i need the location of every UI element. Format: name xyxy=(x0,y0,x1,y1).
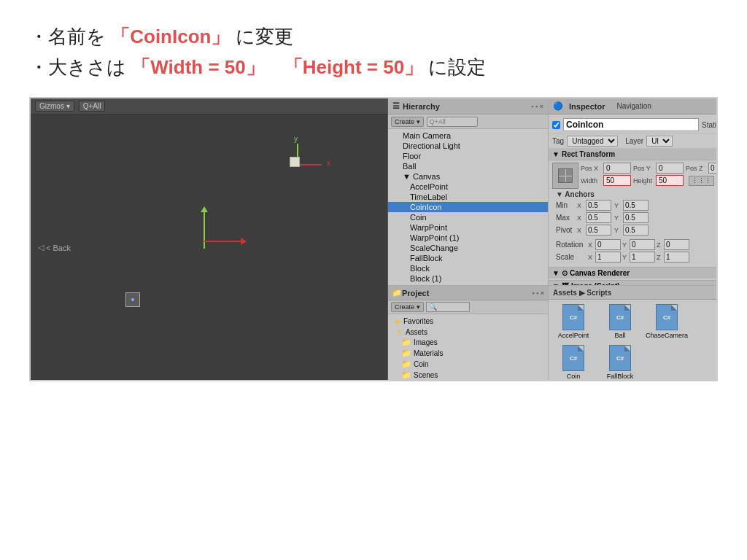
max-x-input[interactable] xyxy=(586,212,611,223)
h-warppoint[interactable]: WarpPoint xyxy=(388,222,548,233)
min-x-input[interactable] xyxy=(586,200,611,211)
hierarchy-create-btn[interactable]: Create ▾ xyxy=(391,117,424,127)
canvas-renderer-header[interactable]: ▼ ⊙ Canvas Renderer ⚙ xyxy=(549,268,718,279)
all-button[interactable]: Q+All xyxy=(79,101,106,112)
go-name-input[interactable] xyxy=(563,118,699,131)
height-input[interactable] xyxy=(656,175,684,186)
rot-x-input[interactable] xyxy=(595,239,621,250)
pivot-y-input[interactable] xyxy=(623,225,649,236)
gizmos-button[interactable]: Gizmos ▾ xyxy=(35,101,74,112)
scene-view: Gizmos ▾ Q+All ◁ < Back xyxy=(31,98,388,380)
h-canvas[interactable]: ▼ Canvas xyxy=(388,171,548,182)
ball-file-icon: C# xyxy=(609,304,631,330)
go-active-checkbox[interactable] xyxy=(552,121,560,129)
project-controls: ▪ ▪ × xyxy=(532,289,544,297)
scale-x-input[interactable] xyxy=(595,252,621,262)
proj-images-label: Images xyxy=(414,338,438,346)
h-ball[interactable]: Ball xyxy=(388,161,548,171)
instruction-line1: ・名前を 「CoinIcon」 に変更 xyxy=(29,22,718,52)
scripts-grid: C# AccelPoint C# Ball C# ChaseCamera C# … xyxy=(549,300,718,380)
hierarchy-header: ☰ Hierarchy ▪ ▪ × xyxy=(388,98,548,114)
h-main-camera[interactable]: Main Camera xyxy=(388,131,548,141)
proj-scenes[interactable]: 📁 Scenes xyxy=(388,370,548,380)
coin-file-icon: C# xyxy=(562,345,584,371)
script-accelpoint[interactable]: C# AccelPoint xyxy=(551,303,595,341)
y-arrow xyxy=(204,212,205,249)
h-warppoint1[interactable]: WarpPoint (1) xyxy=(388,233,548,243)
h-timelabel[interactable]: TimeLabel xyxy=(388,192,548,202)
script-fallblock[interactable]: C# FallBlock xyxy=(598,343,642,380)
tag-select[interactable]: Untagged xyxy=(567,136,618,147)
materials-folder-icon: 📁 xyxy=(401,349,411,358)
width-input[interactable] xyxy=(603,175,631,186)
r-button2[interactable]: R xyxy=(716,176,718,186)
h-block1[interactable]: Block (1) xyxy=(388,273,548,284)
proj-assets[interactable]: ▼ Assets xyxy=(388,327,548,337)
layer-select[interactable]: UI xyxy=(646,136,673,147)
canvas-renderer-title: Canvas Renderer xyxy=(570,269,630,277)
h-accelpoint[interactable]: AccelPoint xyxy=(388,182,548,192)
script-chasecamera[interactable]: C# ChaseCamera xyxy=(645,303,689,341)
inspector-icon: 🔵 xyxy=(553,101,563,111)
coinicon-highlight: 「CoinIcon」 xyxy=(111,26,230,47)
inspector-header: 🔵 Inspector Navigation ▪ ▪ × xyxy=(549,98,718,114)
r-button[interactable]: ⋮⋮⋮ xyxy=(689,176,714,186)
h-directional-light[interactable]: Directional Light xyxy=(388,141,548,151)
static-label: Static xyxy=(702,121,718,129)
max-y-input[interactable] xyxy=(623,212,649,223)
inspector-title: Inspector xyxy=(569,102,605,111)
chasecamera-file-icon: C# xyxy=(656,304,678,330)
hierarchy-search[interactable] xyxy=(427,117,478,127)
proj-images[interactable]: 📁 Images xyxy=(388,337,548,348)
proj-coin[interactable]: 📁 Coin xyxy=(388,359,548,370)
coin-folder-icon: 📁 xyxy=(401,359,411,369)
project-search[interactable] xyxy=(426,302,470,312)
h-scalechange[interactable]: ScaleChange xyxy=(388,243,548,253)
canvas-renderer-icon: ⊙ xyxy=(562,269,568,277)
h-block[interactable]: Block xyxy=(388,263,548,273)
min-y-input[interactable] xyxy=(623,200,649,211)
rect-transform-header[interactable]: ▼ Rect Transform ⚙ xyxy=(549,149,718,160)
proj-assets-label: Assets xyxy=(406,328,427,336)
rot-y-input[interactable] xyxy=(630,239,655,250)
script-coin[interactable]: C# Coin xyxy=(551,343,595,380)
posx-input[interactable] xyxy=(603,163,631,174)
project-tree: ▶ Favorites ▼ Assets 📁 Images 📁 Material… xyxy=(388,314,548,380)
scripts-header: Assets ▶ Scripts xyxy=(549,286,718,300)
back-button[interactable]: ◁ < Back xyxy=(38,243,71,252)
inspector-panel: 🔵 Inspector Navigation ▪ ▪ × Static xyxy=(549,98,718,285)
h-coin[interactable]: Coin xyxy=(388,212,548,222)
scene-object[interactable] xyxy=(125,292,140,307)
image-script-section: ▼ 🖼 Image (Script) ⚙ Source Image ⊙ Colo… xyxy=(549,280,718,285)
scale-z-input[interactable] xyxy=(664,252,689,262)
move-icon xyxy=(290,157,300,167)
navigation-tab[interactable]: Navigation xyxy=(617,102,651,110)
rot-z-input[interactable] xyxy=(664,239,689,250)
proj-materials[interactable]: 📁 Materials xyxy=(388,348,548,359)
proj-scenes-label: Scenes xyxy=(414,371,438,379)
h-coinicon[interactable]: CoinIcon xyxy=(388,202,548,212)
posy-input[interactable] xyxy=(656,163,684,174)
posz-input[interactable] xyxy=(708,163,718,174)
anchor-widget[interactable] xyxy=(552,163,578,189)
h-fallblock[interactable]: FallBlock xyxy=(388,253,548,263)
posx-label: Pos X xyxy=(581,165,601,172)
screenshot-container: Gizmos ▾ Q+All ◁ < Back xyxy=(29,97,718,381)
h-floor[interactable]: Floor xyxy=(388,151,548,161)
hierarchy-items: Main Camera Directional Light Floor Ball… xyxy=(388,129,548,285)
images-folder-icon: 📁 xyxy=(401,338,411,347)
breadcrumb-text: Assets ▶ Scripts xyxy=(553,289,611,297)
canvas-renderer-section: ▼ ⊙ Canvas Renderer ⚙ xyxy=(549,267,718,279)
back-arrow-icon: ◁ xyxy=(38,243,44,252)
inspector-body: Static Tag Untagged Layer UI xyxy=(549,114,718,285)
anchors-toggle[interactable]: ▼ Anchors xyxy=(556,190,718,198)
rect-transform-title: Rect Transform xyxy=(562,150,615,158)
gizmo-x-axis xyxy=(296,164,322,166)
project-header: 📁 Project ▪ ▪ × xyxy=(388,286,548,300)
hierarchy-icon: ☰ xyxy=(392,101,400,111)
pivot-x-input[interactable] xyxy=(586,225,611,236)
script-ball[interactable]: C# Ball xyxy=(598,303,642,341)
project-create-btn[interactable]: Create ▾ xyxy=(391,302,424,312)
scale-y-input[interactable] xyxy=(630,252,655,262)
proj-favorites[interactable]: ▶ Favorites xyxy=(388,316,548,327)
